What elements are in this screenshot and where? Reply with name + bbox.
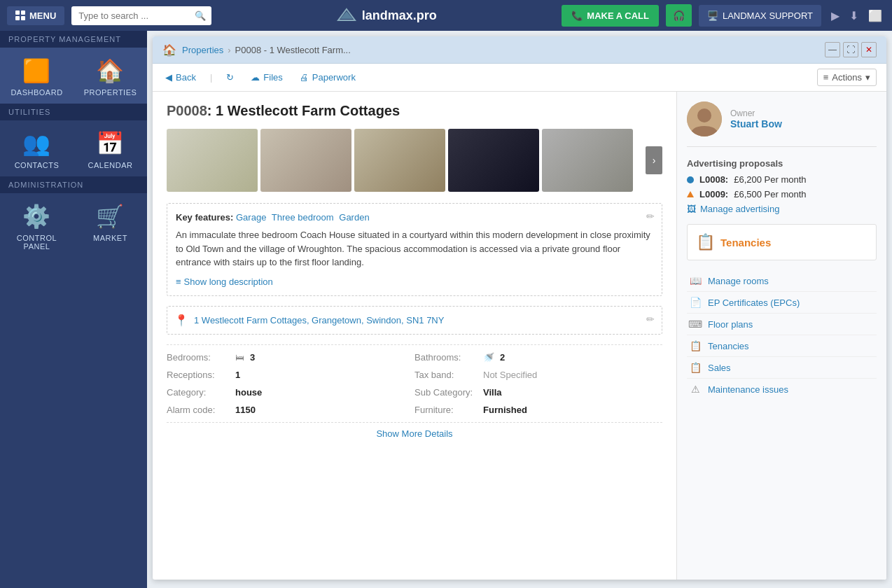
sub-category-cell: Sub Category: Villa: [414, 387, 662, 398]
ad-1-indicator: [687, 176, 694, 183]
tenancies-link[interactable]: 📋 Tenancies: [687, 335, 877, 357]
show-more-details-link[interactable]: Show More Details: [167, 422, 662, 444]
manage-advertising-button[interactable]: 🖼 Manage advertising: [687, 204, 877, 214]
properties-icon: 🏠: [79, 57, 141, 84]
search-input[interactable]: [78, 10, 190, 21]
bath-icon: 🚿: [483, 352, 494, 363]
photo-3[interactable]: [354, 129, 445, 192]
sidebar-item-contacts[interactable]: 👥 CONTACTS: [0, 120, 74, 176]
topbar: MENU 🔍 landmax.pro 📞 MAKE A CALL 🎧 🖥️ LA…: [0, 0, 892, 31]
play-icon[interactable]: ▶: [828, 6, 842, 25]
receptions-value: 1: [235, 370, 240, 380]
photo-2[interactable]: [260, 129, 351, 192]
sidebar: PROPERTY MANAGEMENT 🟧 DASHBOARD 🏠 PROPER…: [0, 31, 147, 588]
sidebar-admin-items: ⚙️ CONTROL PANEL 🛒 MARKET: [0, 193, 147, 258]
sub-category-value: Villa: [483, 387, 502, 398]
gallery-next-button[interactable]: ›: [646, 146, 662, 174]
owner-label: Owner: [730, 108, 782, 118]
sidebar-item-dashboard[interactable]: 🟧 DASHBOARD: [0, 48, 74, 104]
logo-icon: [337, 8, 356, 23]
support-button[interactable]: 🖥️ LANDMAX SUPPORT: [699, 5, 821, 27]
key-features-label: Key features:: [176, 212, 233, 223]
owner-name[interactable]: Stuart Bow: [730, 118, 782, 130]
category-label: Category:: [167, 387, 230, 398]
files-button[interactable]: ☁ Files: [248, 71, 285, 84]
contacts-icon: 👥: [6, 130, 68, 157]
ep-certs-link[interactable]: 📄 EP Certificates (EPCs): [687, 292, 877, 314]
window-titlebar: 🏠 Properties › P0008 - 1 Westlecott Farm…: [153, 36, 886, 64]
paperwork-button[interactable]: 🖨 Paperwork: [297, 71, 358, 84]
manage-rooms-link[interactable]: 📖 Manage rooms: [687, 270, 877, 292]
feature-garden[interactable]: Garden: [339, 212, 369, 223]
bathrooms-cell: Bathrooms: 🚿 2: [414, 352, 662, 363]
edit-key-features-icon[interactable]: ✏: [646, 211, 655, 222]
left-panel: P0008: 1 Westlecott Farm Cottages ›: [153, 92, 676, 580]
files-icon: ☁: [251, 72, 260, 83]
property-name: 1 Westlecott Farm Cottages: [216, 103, 400, 118]
download-icon[interactable]: ⬇: [846, 6, 861, 25]
sidebar-item-market[interactable]: 🛒 MARKET: [74, 193, 147, 258]
manage-ad-icon: 🖼: [687, 204, 696, 214]
ad-1-price: £6,200 Per month: [734, 174, 806, 185]
details-row-2: Receptions: 1 Tax band: Not Specified: [167, 370, 662, 380]
edit-address-icon[interactable]: ✏: [646, 314, 655, 325]
window-controls: — ⛶ ✕: [825, 42, 877, 57]
sales-link[interactable]: 📋 Sales: [687, 357, 877, 379]
toolbar: ◀ Back | ↻ ☁ Files 🖨 Paperwork ≡ Actions: [153, 64, 886, 92]
advertising-proposals: Advertising proposals L0008: £6,200 Per …: [687, 158, 877, 214]
back-button[interactable]: ◀ Back: [162, 71, 199, 84]
photo-4[interactable]: [448, 129, 539, 192]
address-link[interactable]: 1 Westlecott Farm Cottages, Grangetown, …: [194, 315, 444, 326]
tenancies-section[interactable]: 📋 Tenancies: [687, 224, 877, 260]
furniture-cell: Furniture: Furnished: [414, 405, 662, 415]
sidebar-item-properties[interactable]: 🏠 PROPERTIES: [74, 48, 147, 104]
support-icon: 🖥️: [707, 10, 718, 21]
utilities-label: UTILITIES: [0, 104, 147, 120]
feature-three-bedroom[interactable]: Three bedroom: [272, 212, 334, 223]
tenancies-header: 📋 Tenancies: [696, 233, 867, 251]
minimize-button[interactable]: —: [825, 42, 840, 57]
tax-band-cell: Tax band: Not Specified: [414, 370, 662, 380]
toolbar-right: ≡ Actions ▾: [817, 69, 877, 86]
make-call-button[interactable]: 📞 MAKE A CALL: [562, 5, 659, 27]
calendar-icon: 📅: [79, 130, 141, 157]
show-long-description-link[interactable]: ≡ Show long description: [176, 276, 653, 287]
topbar-icons: ▶ ⬇ ⬜: [828, 6, 885, 25]
right-panel: Owner Stuart Bow Advertising proposals L…: [676, 92, 886, 580]
menu-button[interactable]: MENU: [7, 6, 64, 25]
address-pin-icon: 📍: [174, 314, 188, 327]
owner-info: Owner Stuart Bow: [730, 108, 782, 130]
tenancies-title: Tenancies: [720, 237, 771, 248]
owner-card: Owner Stuart Bow: [687, 102, 877, 147]
alarm-code-label: Alarm code:: [167, 405, 230, 415]
actions-icon: ≡: [823, 72, 829, 83]
maximize-button[interactable]: ⛶: [843, 42, 858, 57]
ad-2-price: £6,500 Per month: [734, 189, 806, 200]
refresh-button[interactable]: ↻: [223, 71, 237, 84]
sidebar-item-label: DASHBOARD: [11, 88, 62, 97]
ad-1-id: L0008:: [699, 174, 728, 185]
bedrooms-label: Bedrooms:: [167, 352, 230, 363]
sidebar-item-calendar[interactable]: 📅 CALENDAR: [74, 120, 147, 176]
sidebar-item-control-panel[interactable]: ⚙️ CONTROL PANEL: [0, 193, 74, 258]
feature-garage[interactable]: Garage: [236, 212, 266, 223]
market-icon: 🛒: [79, 203, 141, 230]
action-links: 📖 Manage rooms 📄 EP Certificates (EPCs) …: [687, 270, 877, 400]
ad-item-2: L0009: £6,500 Per month: [687, 189, 877, 200]
paperwork-icon: 🖨: [300, 72, 309, 83]
manage-rooms-icon: 📖: [688, 275, 702, 286]
photo-5[interactable]: [542, 129, 633, 192]
close-button[interactable]: ✕: [861, 42, 877, 57]
floor-plans-link[interactable]: ⌨ Floor plans: [687, 314, 877, 335]
floor-plans-icon: ⌨: [688, 318, 702, 330]
photo-1[interactable]: [167, 129, 258, 192]
actions-button[interactable]: ≡ Actions ▾: [817, 69, 877, 86]
bed-icon: 🛏: [235, 352, 244, 363]
headphone-button[interactable]: 🎧: [666, 4, 692, 27]
maintenance-link[interactable]: ⚠ Maintenance issues: [687, 379, 877, 400]
property-management-label: PROPERTY MANAGEMENT: [0, 31, 147, 48]
sales-icon: 📋: [688, 362, 702, 373]
breadcrumb-current: P0008 - 1 Westlecott Farm...: [235, 45, 351, 55]
screen-icon[interactable]: ⬜: [865, 6, 885, 25]
breadcrumb-properties[interactable]: Properties: [182, 45, 223, 55]
